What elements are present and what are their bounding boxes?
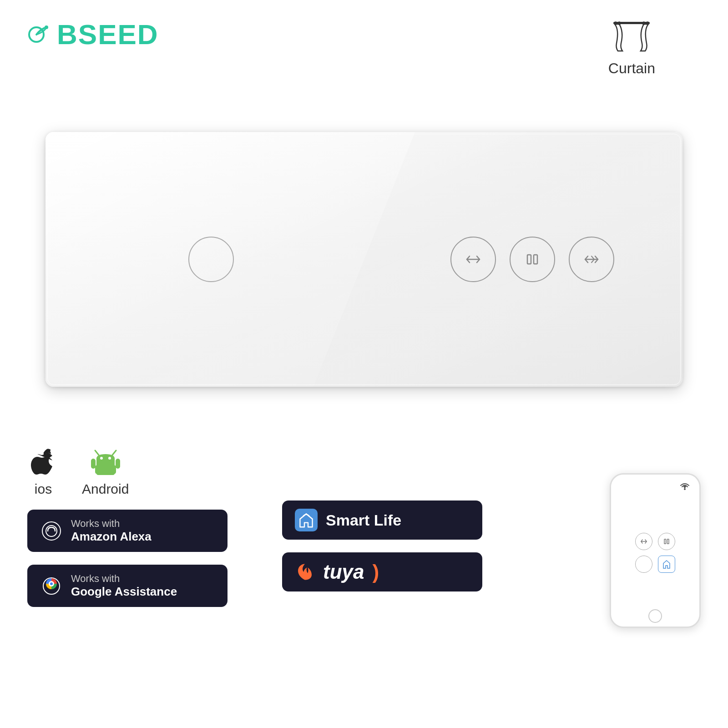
logo-header: BSEED [27, 18, 159, 51]
alexa-badge: Works with Amazon Alexa [27, 510, 228, 552]
apple-icon [27, 446, 59, 478]
phone-home-button [648, 609, 662, 623]
bottom-section: ios [27, 446, 701, 628]
brand-name: BSEED [57, 18, 159, 51]
google-line2: Google Assistance [71, 585, 177, 599]
curtain-controls-group [450, 237, 614, 282]
smart-life-badge: Smart Life [282, 500, 482, 540]
svg-rect-9 [534, 255, 537, 264]
svg-rect-29 [667, 539, 669, 544]
svg-point-1 [45, 25, 48, 29]
svg-rect-28 [664, 539, 666, 544]
svg-point-27 [684, 488, 686, 490]
phone-screen [611, 475, 699, 627]
bseed-logo-icon [27, 22, 52, 47]
tuya-dot: ) [372, 561, 379, 583]
ios-item: ios [27, 446, 59, 497]
svg-point-14 [108, 457, 111, 460]
product-type-section: Curtain [608, 18, 655, 77]
switch-panel-container [23, 100, 705, 419]
svg-rect-17 [96, 465, 115, 475]
os-icons: ios [27, 446, 264, 497]
svg-point-20 [42, 522, 61, 540]
left-bottom: ios [27, 446, 264, 628]
phone-app-icon [658, 556, 675, 573]
phone-mockup [610, 473, 701, 628]
alexa-line2: Amazon Alexa [71, 530, 152, 544]
svg-point-13 [100, 457, 103, 460]
google-assistant-icon [40, 575, 63, 597]
phone-ctrl3 [635, 556, 652, 573]
svg-rect-18 [91, 459, 96, 469]
phone-mockup-section [610, 473, 701, 628]
android-label: Android [82, 481, 129, 497]
svg-point-26 [50, 582, 53, 585]
alexa-line1: Works with [71, 518, 152, 530]
google-line1: Works with [71, 573, 177, 585]
curtain-open-button[interactable] [450, 237, 496, 282]
product-type-label: Curtain [608, 60, 655, 77]
tuya-label: tuya [323, 561, 364, 583]
smart-life-icon [295, 509, 318, 531]
curtain-close-button[interactable] [569, 237, 614, 282]
alexa-text: Works with Amazon Alexa [71, 518, 152, 544]
smart-life-label: Smart Life [326, 511, 401, 529]
svg-line-11 [95, 450, 99, 455]
tuya-badge: tuya ) [282, 552, 482, 592]
svg-rect-19 [116, 459, 120, 469]
svg-line-12 [112, 450, 116, 455]
tuya-icon [295, 562, 315, 582]
curtain-icon [611, 18, 652, 56]
curtain-stop-button[interactable] [510, 237, 555, 282]
svg-rect-8 [527, 255, 531, 264]
phone-open-btn [635, 533, 652, 550]
wifi-signal-icon [678, 481, 691, 492]
single-touch-button[interactable] [188, 237, 234, 282]
alexa-icon [40, 520, 63, 542]
switch-panel [46, 132, 682, 387]
google-text: Works with Google Assistance [71, 573, 177, 599]
android-item: Android [82, 446, 129, 497]
phone-stop-btn [658, 533, 675, 550]
google-badge: Works with Google Assistance [27, 565, 228, 607]
android-icon [90, 446, 121, 478]
center-bottom: Smart Life tuya ) [282, 500, 491, 628]
ios-label: ios [35, 481, 52, 497]
